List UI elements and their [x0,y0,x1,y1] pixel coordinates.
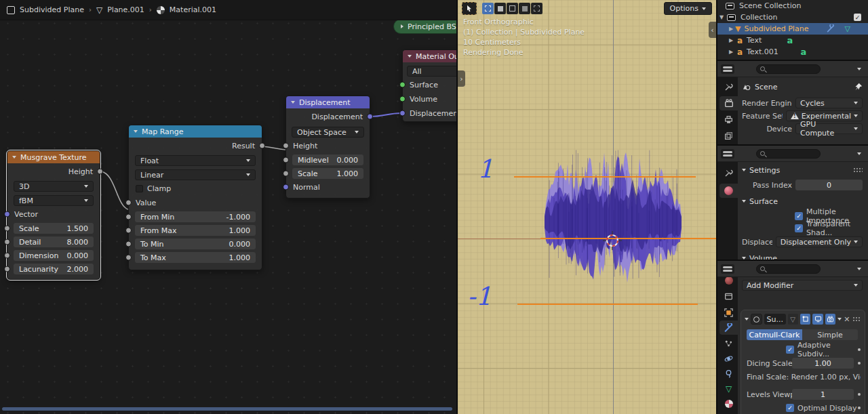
settings-section[interactable]: Settings [742,165,863,175]
lacunarity-socket[interactable] [4,266,10,272]
subdivision-modifier-panel[interactable]: Su... ▽ ✕ Catmull-Clark Simple ✓ Adaptiv… [741,310,865,414]
animate-dot[interactable] [858,362,861,365]
render-display-toggle[interactable] [825,314,835,325]
expand-icon[interactable] [401,24,403,28]
collection-checkbox[interactable]: ✓ [854,14,861,21]
space-dropdown[interactable]: Object Space [292,127,364,138]
height-out-socket[interactable] [97,169,103,175]
to-max-socket[interactable] [125,255,132,261]
tab-constraints[interactable] [719,367,738,381]
to-min-field[interactable]: To Min0.000 [135,239,256,249]
collapse-icon[interactable] [291,101,295,104]
section-collapse-icon[interactable] [742,169,746,171]
catmull-clark-button[interactable]: Catmull-Clark [747,329,802,340]
options-dropdown[interactable]: Options [664,2,712,15]
filter-dropdown[interactable] [854,152,865,155]
scale-field[interactable]: Scale1.000 [292,168,363,179]
editor-type-icon[interactable] [721,64,734,74]
collapse-icon[interactable] [134,130,138,133]
disclosure-closed-icon[interactable]: ▶ [727,26,735,32]
node-principled-bsdf[interactable]: Principled BSDF [393,19,456,34]
node-header[interactable]: Material Output [403,50,456,62]
surface-socket[interactable] [399,82,406,88]
from-min-field[interactable]: From Min-1.000 [135,211,256,222]
sidebar-toggle[interactable]: ‹ [709,22,716,38]
scale-socket[interactable] [4,226,10,232]
levels-viewport-field[interactable]: 1 [792,389,854,400]
outliner-scene-collection[interactable]: Scene Collection [717,0,868,12]
on-cage-toggle[interactable] [800,314,810,325]
outliner[interactable]: Scene Collection ▼ Collection ✓ ▶ ▼ Subd… [717,0,868,60]
displacement-out-socket[interactable] [367,114,373,120]
selected-plane-edge-top[interactable] [514,176,696,178]
select-mode-subtract[interactable] [507,3,518,14]
editmode-display-toggle[interactable]: ▽ [788,314,798,325]
select-mode-new[interactable] [482,3,494,14]
scale-field[interactable]: Scale1.500 [14,223,94,234]
tweak-tool-button[interactable] [462,2,477,15]
outliner-collection[interactable]: ▼ Collection ✓ [717,12,868,23]
tab-scene[interactable] [719,289,738,304]
selected-plane-edge-bottom[interactable] [517,304,698,305]
displacement-method-dropdown[interactable]: Displacement Only [776,236,863,247]
outliner-item-text[interactable]: ▶ a Text a [717,35,868,46]
tab-output[interactable] [719,112,738,127]
editor-type-icon[interactable] [721,149,734,159]
vector-socket[interactable] [4,211,10,218]
volume-socket[interactable] [399,96,406,102]
dimension-socket[interactable] [4,253,10,259]
tab-particles[interactable] [719,337,738,351]
modifier-extras-dropdown[interactable] [837,318,842,320]
panel-collapse-icon[interactable] [745,318,749,320]
transparent-shadows-checkbox[interactable]: ✓ [795,224,803,232]
render-engine-dropdown[interactable]: Cycles [795,98,863,108]
animate-dot[interactable] [858,407,861,409]
from-max-socket[interactable] [125,228,132,234]
outliner-item-subdivided-plane[interactable]: ▶ ▼ Subdivided Plane ▽ [717,23,868,35]
pin-icon[interactable] [854,83,863,91]
outliner-item-text-001[interactable]: ▶ a Text.001 a [717,46,868,58]
editor-type-icon[interactable] [721,264,734,274]
select-mode-extend[interactable] [494,3,506,14]
filter-dropdown[interactable] [854,268,865,270]
dicing-scale-field[interactable]: 1.00 [792,358,854,369]
section-collapse-icon[interactable] [742,257,746,260]
shader-node-editor[interactable]: Subdivided Plane › ▽ Plane.001 › Materia… [0,0,456,414]
tab-view-layer[interactable] [719,129,738,143]
height-socket[interactable] [283,143,289,149]
tab-modifiers[interactable] [719,320,738,335]
node-header[interactable]: Musgrave Texture [7,151,100,163]
value-socket[interactable] [125,200,132,206]
modifier-name-field[interactable]: Su... [764,314,786,325]
viewport-display-toggle[interactable] [812,314,823,325]
section-collapse-icon[interactable] [742,200,746,203]
volume-section[interactable]: Volume [742,253,863,260]
dimensions-dropdown[interactable]: 3D [14,181,94,192]
result-socket[interactable] [259,143,265,149]
tab-render[interactable] [719,96,738,110]
animate-dot[interactable] [858,348,861,351]
tab-object[interactable] [719,306,738,320]
midlevel-socket[interactable] [283,157,289,163]
tab-tool[interactable] [719,80,738,94]
multiple-importance-checkbox[interactable]: ✓ [795,212,803,220]
search-input[interactable] [756,149,821,159]
to-min-socket[interactable] [125,241,132,247]
properties-material[interactable]: Settings Pass Index 0 Surface ✓ Multiple… [717,146,868,260]
simple-button[interactable]: Simple [802,329,858,340]
scale-socket[interactable] [283,171,289,177]
select-mode-invert[interactable] [519,3,530,14]
node-musgrave-texture[interactable]: Musgrave Texture Height 3D fBM Vector Sc… [7,150,100,280]
remove-modifier-button[interactable]: ✕ [844,315,850,324]
add-modifier-dropdown[interactable]: Add Modifier [742,280,863,291]
musgrave-type-dropdown[interactable]: fBM [14,195,94,206]
node-map-range[interactable]: Map Range Result Float Linear Clamp Valu… [128,125,262,270]
collapse-icon[interactable] [12,156,16,159]
node-material-output[interactable]: Material Output All Surface Volume Displ… [402,49,456,122]
tab-object-data[interactable]: ▽ [719,381,738,396]
properties-render[interactable]: Scene Render Engine Cycles Feature Set E… [717,61,868,144]
filter-dropdown[interactable] [854,68,865,70]
properties-modifier[interactable]: ▽ Add Modifier Su... ▽ ✕ [717,261,868,414]
node-header[interactable]: Displacement [286,96,370,108]
tab-material[interactable] [719,184,738,198]
